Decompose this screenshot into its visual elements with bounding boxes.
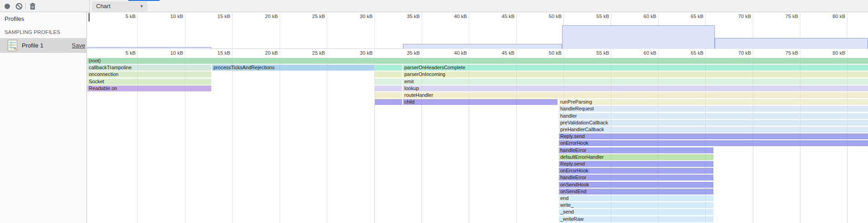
profiles-heading: Profiles [5,15,24,22]
gridline [847,58,848,223]
flame-bar-onconnection[interactable]: onconnection [87,71,211,77]
record-button[interactable] [3,2,11,10]
tick-label: 10 kB [170,14,183,19]
flame-bar-routehandler[interactable]: routeHandler [403,92,868,98]
tick-label: 20 kB [265,14,278,19]
tick-label: 30 kB [360,14,373,19]
flame-bar-onsendhook[interactable]: onSendHook [559,182,713,188]
tick-label: 80 kB [833,14,845,19]
chevron-down-icon: ▼ [140,1,144,11]
toolbar-separator [25,3,26,9]
active-tab-indicator [128,0,160,1]
gridline [137,58,138,223]
record-icon [5,4,10,9]
flame-bar[interactable] [375,85,402,91]
flame-bar-defaulterrorhandler[interactable]: defaultErrorHandler [559,154,713,160]
tick-label: 50 kB [549,50,562,56]
overview-segment[interactable] [403,44,562,49]
flame-bar[interactable] [375,92,402,98]
tick-label: 80 kB [833,50,845,56]
gridline [422,58,422,223]
flame-bar-lookup[interactable]: lookup [403,85,868,91]
flame-bar-onsendend[interactable]: onSendEnd [559,189,713,195]
tick-label: 40 kB [454,14,467,19]
tick-label: 65 kB [691,14,703,19]
view-mode-select[interactable]: Chart ▼ [92,1,147,11]
gridline [374,58,375,223]
gridline [658,58,659,223]
overview-segment[interactable] [715,38,868,49]
tick-label: 45 kB [502,50,514,56]
tick-label: 70 kB [738,50,751,56]
gridline [327,58,327,223]
tick-label: 30 kB [360,50,373,56]
heap-profile-icon: % [8,40,17,51]
gridline [185,58,185,223]
tick-label: 50 kB [549,14,562,19]
flame-bar-prehandlercallback[interactable]: preHandlerCallback [559,127,868,133]
flame-bar-handleerror[interactable]: handleError [559,175,713,180]
vertical-scrollbar-thumb[interactable] [88,13,90,22]
flame-bar[interactable] [375,71,402,77]
flame-bar-emit[interactable]: emit [403,79,868,85]
gridline [705,58,706,223]
delete-profile-button[interactable] [29,2,37,10]
flame-bar--writeraw[interactable]: _writeRaw [559,216,713,222]
flame-bar-handlerequest[interactable]: handleRequest [559,106,868,112]
flame-bar-end[interactable]: end [559,195,713,201]
sidebar-item-profile-1[interactable]: % Profile 1 Save [0,38,87,53]
flame-bar-runpreparsing[interactable]: runPreParsing [559,99,868,105]
tick-label: 35 kB [407,14,420,19]
gridline [753,58,753,223]
flame-bar-write-[interactable]: write_ [559,202,713,208]
sampling-profiles-heading: SAMPLING PROFILES [5,29,60,35]
flame-bar-handler[interactable]: handler [559,113,868,119]
trash-icon [29,2,37,10]
flame-bar-onerrorhook[interactable]: onErrorHook [559,168,713,174]
tick-label: 65 kB [691,50,703,56]
flame-bar-prevalidationcallback[interactable]: preValidationCallback [559,120,868,126]
flame-bar-callbacktrampoline[interactable]: callbackTrampoline [87,65,211,71]
flame-bar--send[interactable]: _send [559,209,713,215]
flame-bar-handleerror[interactable]: handleError [559,147,713,153]
overview-segment[interactable] [87,47,211,49]
flame-bar-socket[interactable]: Socket [87,79,211,85]
flame-bar--root-[interactable]: (root) [87,58,868,64]
flame-bar[interactable] [375,65,402,71]
tick-label: 25 kB [312,14,325,19]
flame-chart-panel: 5 kB10 kB15 kB20 kB25 kB30 kB35 kB40 kB4… [87,12,868,223]
clear-all-button[interactable] [15,2,23,10]
sidebar: Profiles SAMPLING PROFILES % Profile 1 S… [0,12,87,223]
tick-label: 55 kB [596,14,609,19]
flame-bar-onerrorhook[interactable]: onErrorHook [559,140,868,146]
tick-label: 60 kB [644,14,656,19]
tick-label: 40 kB [454,50,467,56]
flame-bar[interactable] [375,99,402,105]
tick-label: 5 kB [126,50,136,56]
view-mode-value: Chart [96,3,111,9]
tick-label: 10 kB [170,50,183,56]
flame-bar-child[interactable]: child [403,99,558,105]
tick-label: 60 kB [644,50,656,56]
block-icon [15,2,23,10]
flame-bar-reply-send[interactable]: Reply.send [559,161,713,167]
gridline [611,58,611,223]
flame-bar-parseronincoming[interactable]: parserOnIncoming [403,71,868,77]
save-profile-link[interactable]: Save [72,42,85,49]
flame-bar-processticksandrejections[interactable]: processTicksAndRejections [212,65,374,71]
tick-label: 25 kB [312,50,325,56]
profile-name: Profile 1 [22,42,44,49]
flame-chart: (root)callbackTrampolineprocessTicksAndR… [87,58,868,223]
profiler-app: Chart ▼ Profiles SAMPLING PROFILES % Pro… [0,0,868,223]
tick-label: 35 kB [407,50,420,56]
flame-bar-parseronheaderscomplete[interactable]: parserOnHeadersComplete [403,65,868,71]
flame-bar-reply-send[interactable]: Reply.send [559,133,868,139]
tick-label: 45 kB [502,14,514,19]
tick-label: 70 kB [738,14,751,19]
flame-bar-readable-on[interactable]: Readable.on [87,85,211,91]
overview-segment[interactable] [562,25,715,49]
toolbar: Chart ▼ [0,0,868,12]
flame-bar[interactable] [375,79,402,85]
tick-label: 5 kB [126,14,136,19]
gridline [280,58,280,223]
